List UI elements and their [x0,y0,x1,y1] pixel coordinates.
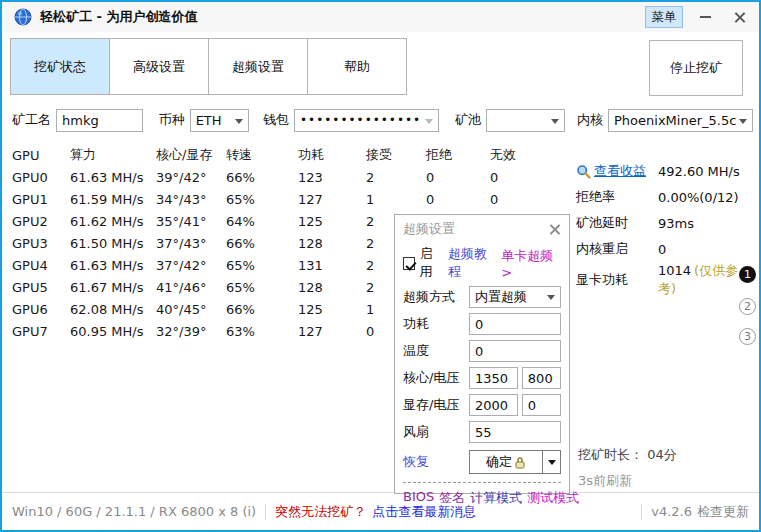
tab-advanced-settings[interactable]: 高级设置 [109,38,209,95]
ok-button[interactable]: 确定 [470,451,542,473]
core-voltage-label: 核心/电压 [403,369,469,387]
core-voltage-row: 核心/电压 1350 800 [403,367,561,389]
stats-panel: 查看收益 492.60 MH/s 拒绝率 0.00%(0/12) 矿池延时 93… [576,158,754,288]
enable-checkbox[interactable] [403,257,415,270]
lock-icon [514,456,526,469]
table-cell: 61.59 MH/s [70,192,156,207]
fan-input[interactable]: 55 [469,421,561,443]
core-voltage-input[interactable]: 800 [522,367,561,389]
confirm-row: 恢复 确定 [403,450,561,474]
mem-voltage-input[interactable]: 0 [522,394,561,416]
oc-temp-input[interactable]: 0 [469,340,561,362]
tab-bar: 挖矿状态 高级设置 超频设置 帮助 [10,38,407,95]
table-cell: 39°/42° [156,170,226,185]
single-card-oc-link[interactable]: 单卡超频> [501,247,561,280]
table-cell: 61.67 MH/s [70,280,156,295]
wallet-input[interactable]: ••••••••••••••••• [294,109,439,132]
mem-voltage-row: 显存/电压 2000 0 [403,394,561,416]
worker-name-input[interactable]: hmkg [56,109,143,132]
oc-tutorial-link[interactable]: 超频教程 [448,245,497,281]
magnifier-icon [576,164,591,179]
table-row[interactable]: GPU161.59 MH/s34°/43°65%127100 [12,188,568,210]
table-cell: 131 [298,258,366,273]
table-header-cell: GPU [12,148,70,163]
table-row[interactable]: GPU061.63 MH/s39°/42°66%123200 [12,166,568,188]
ok-dropdown-button[interactable] [542,451,560,473]
table-cell: 0 [490,170,548,185]
table-cell: 34°/43° [156,192,226,207]
table-cell: 66% [226,302,298,317]
enable-row: 启用 超频教程 单卡超频> [403,245,561,281]
step-badge-2[interactable]: 2 [739,298,756,315]
coin-select[interactable]: ETH [190,109,249,132]
table-cell: 1 [366,192,426,207]
core-clock-input[interactable]: 1350 [469,367,518,389]
table-cell: GPU1 [12,192,70,207]
table-cell: 127 [298,192,366,207]
version-label: v4.2.6 [651,504,692,519]
table-cell: 65% [226,192,298,207]
titlebar: 轻松矿工 - 为用户创造价值 菜单 [2,2,759,32]
mem-voltage-label: 显存/电压 [403,396,469,414]
popup-title: 超频设置 [403,220,549,238]
sign-link[interactable]: 签名 [439,489,465,507]
kernel-restart-label: 内核重启 [576,240,658,258]
table-cell: 60.95 MH/s [70,324,156,339]
table-cell: 0 [490,192,548,207]
table-cell: 41°/46° [156,280,226,295]
fan-row: 风扇 55 [403,421,561,443]
oc-mode-label: 超频方式 [403,288,469,306]
check-update-link[interactable]: 检查更新 [697,503,749,521]
table-cell: GPU7 [12,324,70,339]
income-cell: 查看收益 [576,162,658,180]
popup-close-icon[interactable] [549,223,561,235]
restore-link[interactable]: 恢复 [403,453,469,471]
ok-button-label: 确定 [486,453,512,471]
view-income-link[interactable]: 查看收益 [594,162,646,180]
table-cell: 35°/41° [156,214,226,229]
table-cell: 61.50 MH/s [70,236,156,251]
oc-power-input[interactable]: 0 [469,313,561,335]
wallet-label: 钱包 [263,111,289,129]
oc-mode-row: 超频方式 内置超频 [403,286,561,308]
test-mode-link[interactable]: 测试模式 [527,489,579,507]
close-button[interactable] [727,7,751,27]
tab-mining-status[interactable]: 挖矿状态 [10,38,110,95]
minimize-icon [700,16,711,18]
chevron-down-icon [425,119,433,124]
table-cell: 125 [298,214,366,229]
stop-mining-button[interactable]: 停止挖矿 [649,40,743,96]
tab-help[interactable]: 帮助 [307,38,407,95]
table-header-cell: 核心/显存 [156,146,226,164]
table-cell: 37°/43° [156,236,226,251]
step-badge-3[interactable]: 3 [739,328,756,345]
table-cell: 61.62 MH/s [70,214,156,229]
coin-value: ETH [196,113,222,128]
pool-select[interactable] [486,109,565,132]
compute-mode-link[interactable]: 计算模式 [470,489,522,507]
tab-overclock-settings[interactable]: 超频设置 [208,38,308,95]
total-hashrate-value: 492.60 MH/s [658,164,754,179]
table-cell: GPU4 [12,258,70,273]
table-cell: 64% [226,214,298,229]
worker-name-label: 矿工名 [12,111,51,129]
gpu-power-label: 显卡功耗 [576,271,658,289]
bios-link[interactable]: BIOS [403,489,434,507]
chevron-down-icon [739,119,747,124]
table-header-cell: 功耗 [298,146,366,164]
app-window: 轻松矿工 - 为用户创造价值 菜单 挖矿状态 高级设置 超频设置 帮助 停止挖矿… [0,0,761,532]
oc-mode-select[interactable]: 内置超频 [469,286,561,308]
menu-button[interactable]: 菜单 [645,6,683,28]
close-icon [734,12,745,23]
table-cell: 63% [226,324,298,339]
kernel-select[interactable]: PhoenixMiner_5.5c [608,109,753,132]
oc-mode-value: 内置超频 [475,288,527,306]
enable-label: 启用 [419,245,444,281]
table-cell: GPU5 [12,280,70,295]
minimize-button[interactable] [693,7,717,27]
step-badge-1[interactable]: 1 [739,266,756,283]
chevron-down-icon [548,460,556,465]
table-cell: GPU2 [12,214,70,229]
mem-clock-input[interactable]: 2000 [469,394,518,416]
fan-label: 风扇 [403,423,469,441]
